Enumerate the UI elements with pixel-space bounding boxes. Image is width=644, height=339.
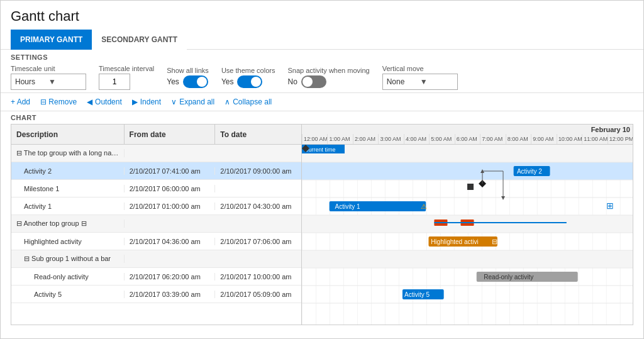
time-tick-6: 6:00 AM (455, 134, 480, 144)
vertical-move-label: Vertical move (382, 65, 458, 72)
snap-activity-toggle[interactable] (301, 75, 326, 88)
col-header-from: From date (125, 125, 216, 144)
svg-text:Current time: Current time (304, 147, 336, 153)
grid-cell-desc-4: Activity 1 (11, 203, 125, 210)
grid-row-8[interactable]: Read-only activity 2/10/2017 06:20:00 am… (11, 268, 301, 286)
show-all-links-toggle[interactable] (183, 75, 208, 88)
collapse-all-button[interactable]: ∧ Collapse all (225, 96, 272, 108)
grid-cell-desc-5: ⊟ Another top group ⊟ (11, 220, 125, 228)
svg-text:Read-only activity: Read-only activity (484, 274, 533, 281)
use-theme-colors-toggle-thumb (251, 77, 261, 87)
outdent-label: Outdent (95, 97, 122, 106)
settings-label: SETTINGS (11, 53, 633, 61)
vertical-move-arrow-icon: ▼ (420, 77, 453, 86)
vertical-move-value: None (387, 77, 420, 86)
snap-activity-value: No (287, 77, 297, 86)
grid-row-7[interactable]: ⊟ Sub group 1 without a bar (11, 250, 301, 268)
grid-row-9[interactable]: Activity 5 2/10/2017 03:39:00 am 2/10/20… (11, 286, 301, 303)
grid-row-5[interactable]: ⊟ Another top group ⊟ (11, 215, 301, 233)
grid-cell-to-2: 2/10/2017 09:00:00 am (215, 167, 301, 175)
indent-label: Indent (140, 97, 161, 106)
grid-cell-desc-8: Read-only activity (11, 273, 125, 281)
use-theme-colors-value: Yes (221, 77, 234, 86)
use-theme-colors-control: Yes (221, 75, 275, 88)
grid-row-3[interactable]: Milestone 1 2/10/2017 06:00:00 am (11, 180, 301, 197)
grid-header: Description From date To date (11, 125, 301, 145)
snap-activity-label: Snap activity when moving (287, 67, 369, 74)
settings-section: SETTINGS Timescale unit Hours ▼ Timescal… (1, 50, 643, 93)
timescale-unit-label: Timescale unit (11, 65, 86, 72)
timescale-unit-value: Hours (15, 77, 48, 86)
svg-text:⊞: ⊞ (606, 201, 614, 211)
chart-container: Description From date To date ⊟ The top … (11, 124, 633, 325)
grid-panel: Description From date To date ⊟ The top … (11, 125, 302, 325)
gantt-header-date: February 10 (591, 126, 630, 133)
grid-row-4[interactable]: Activity 1 2/10/2017 01:00:00 am 2/10/20… (11, 197, 301, 215)
add-button[interactable]: + Add (11, 96, 30, 108)
timescale-interval-input[interactable] (99, 74, 130, 90)
time-tick-4: 4:00 AM (404, 134, 429, 144)
timescale-unit-dropdown[interactable]: Hours ▼ (11, 74, 86, 90)
show-all-links-toggle-thumb (197, 77, 207, 87)
gantt-chart-page: Gantt chart PRIMARY GANTT SECONDARY GANT… (0, 0, 644, 339)
grid-cell-from-8: 2/10/2017 06:20:00 am (125, 273, 216, 281)
grid-row-2[interactable]: Activity 2 2/10/2017 07:41:00 am 2/10/20… (11, 162, 301, 180)
svg-text:⊟: ⊟ (492, 238, 497, 245)
grid-cell-desc-2: Activity 2 (11, 167, 125, 175)
indent-button[interactable]: ▶ Indent (132, 96, 161, 108)
show-all-links-control: Yes (167, 75, 209, 88)
svg-rect-5 (302, 250, 633, 268)
vertical-move-group: Vertical move None ▼ (382, 65, 458, 90)
show-all-links-label: Show all links (167, 67, 209, 74)
indent-icon: ▶ (132, 97, 138, 106)
show-all-links-group: Show all links Yes (167, 67, 209, 88)
tab-primary-gantt[interactable]: PRIMARY GANTT (11, 30, 92, 50)
expand-all-icon: ∨ (171, 97, 177, 106)
use-theme-colors-label: Use theme colors (221, 67, 275, 74)
remove-button[interactable]: ⊟ Remove (40, 96, 77, 108)
grid-cell-desc-6: Highlighted activity (11, 238, 125, 245)
gantt-body: Current time Activity 2 (302, 145, 633, 325)
timescale-interval-control (99, 74, 154, 90)
grid-cell-from-2: 2/10/2017 07:41:00 am (125, 167, 216, 175)
outdent-button[interactable]: ◀ Outdent (87, 96, 122, 108)
vertical-move-dropdown[interactable]: None ▼ (382, 74, 458, 90)
grid-cell-desc-1: ⊟ The top group with a long name 1 (11, 149, 125, 157)
chart-section: CHART Description From date To date ⊟ Th… (1, 111, 643, 325)
grid-cell-from-6: 2/10/2017 04:36:00 am (125, 238, 216, 245)
chart-label: CHART (11, 114, 633, 121)
gantt-header: February 10 12:00 AM 1:00 AM 2:00 AM 3:0… (302, 125, 633, 145)
grid-row-1[interactable]: ⊟ The top group with a long name 1 (11, 145, 301, 162)
time-tick-10: 10:00 AM (557, 134, 582, 144)
svg-text:Activity 5: Activity 5 (404, 291, 430, 298)
svg-text:Activity 1: Activity 1 (335, 203, 360, 210)
show-all-links-value: Yes (167, 77, 179, 86)
timescale-interval-group: Timescale interval (99, 65, 154, 90)
grid-cell-from-3: 2/10/2017 06:00:00 am (125, 185, 216, 192)
time-tick-0: 12:00 AM (302, 134, 327, 144)
svg-rect-2 (302, 145, 633, 162)
time-tick-9: 9:00 AM (531, 134, 556, 144)
time-tick-11: 11:00 AM (582, 134, 607, 144)
col-header-description: Description (11, 125, 125, 144)
grid-cell-to-9: 2/10/2017 05:09:00 am (215, 291, 301, 298)
grid-cell-desc-9: Activity 5 (11, 291, 125, 298)
grid-cell-to-4: 2/10/2017 04:30:00 am (215, 203, 301, 210)
time-tick-7: 7:00 AM (480, 134, 505, 144)
use-theme-colors-group: Use theme colors Yes (221, 67, 275, 88)
collapse-all-icon: ∧ (225, 97, 230, 106)
page-title: Gantt chart (11, 8, 633, 25)
time-tick-3: 3:00 AM (378, 134, 403, 144)
expand-all-button[interactable]: ∨ Expand all (171, 96, 214, 108)
expand-all-label: Expand all (179, 97, 214, 106)
grid-cell-to-6: 2/10/2017 07:06:00 am (215, 238, 301, 245)
collapse-all-label: Collapse all (233, 97, 272, 106)
gantt-svg: Current time Activity 2 (302, 145, 633, 325)
time-tick-12: 12:00 PM (608, 134, 633, 144)
grid-cell-from-9: 2/10/2017 03:39:00 am (125, 291, 216, 298)
time-tick-5: 5:00 AM (429, 134, 454, 144)
settings-row: Timescale unit Hours ▼ Timescale interva… (11, 65, 633, 90)
tab-secondary-gantt[interactable]: SECONDARY GANTT (92, 30, 187, 50)
grid-row-6[interactable]: Highlighted activity 2/10/2017 04:36:00 … (11, 233, 301, 250)
use-theme-colors-toggle[interactable] (237, 75, 262, 88)
